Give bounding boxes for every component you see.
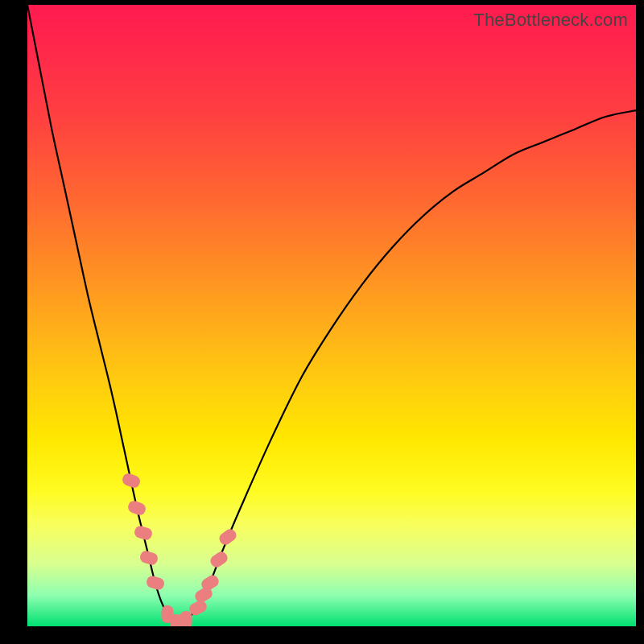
chart-frame: TheBottleneck.com [0,0,644,644]
curve-bead [121,472,142,489]
curve-bead [126,500,147,518]
bottleneck-curve [27,5,636,626]
curve-bead [145,575,165,591]
curve-bead [138,550,159,567]
plot-area: TheBottleneck.com [27,5,636,626]
curve-bead [133,525,154,542]
curve-bead [208,550,230,570]
curve-bead [180,611,192,626]
watermark-text: TheBottleneck.com [473,10,628,31]
curve-bead [217,527,239,547]
